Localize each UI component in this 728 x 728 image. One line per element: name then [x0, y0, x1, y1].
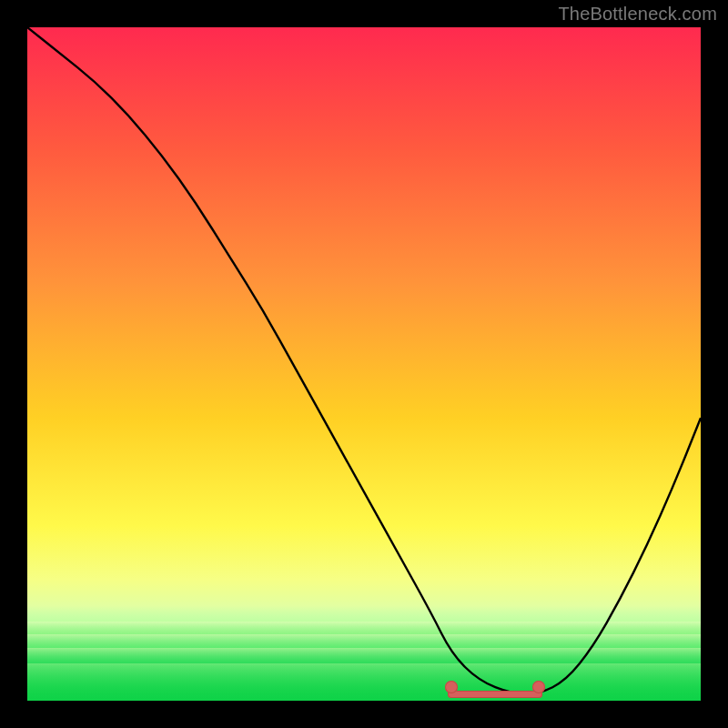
bottleneck-curve [27, 27, 701, 701]
plot-area [27, 27, 701, 701]
watermark-text: TheBottleneck.com [558, 4, 717, 25]
chart-frame: TheBottleneck.com [0, 0, 728, 728]
optimal-range-bar [448, 691, 542, 698]
